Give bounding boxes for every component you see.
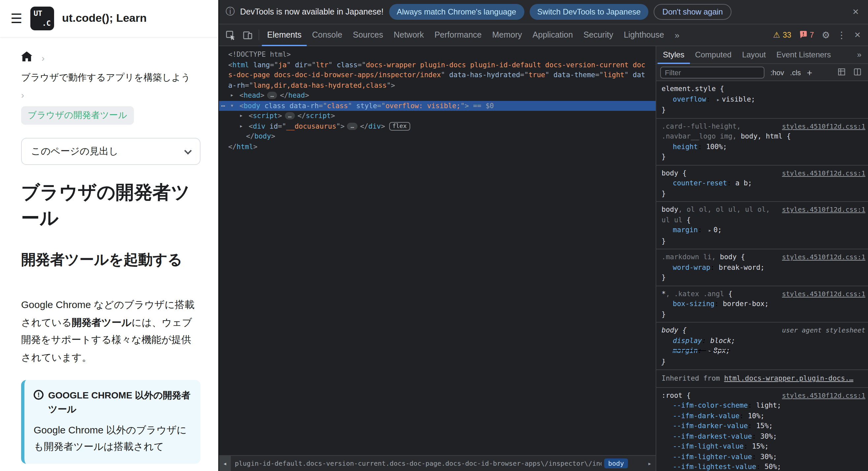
kebab-menu-icon[interactable]: ⋮	[834, 30, 849, 40]
dom-tree-row[interactable]: <html lang="ja" dir="ltr" class="docs-wr…	[219, 60, 656, 90]
css-declaration[interactable]: --ifm-lighter-value: 30%;	[661, 451, 865, 462]
css-property-name[interactable]: --ifm-light-value	[673, 442, 744, 450]
computed-sidebar-toggle-icon[interactable]	[854, 66, 861, 78]
css-property-value[interactable]: 0;	[713, 226, 721, 233]
selector-text[interactable]: :root	[661, 391, 682, 399]
selector-text[interactable]: body, html	[741, 132, 782, 140]
css-property-name[interactable]: word-wrap	[673, 263, 710, 271]
always-match-chrome-s-language-button[interactable]: Always match Chrome's language	[389, 4, 524, 20]
grid-overlay-icon[interactable]	[838, 66, 845, 78]
crumb-scroll-right-icon[interactable]: ▸	[644, 460, 656, 467]
css-declaration[interactable]: --ifm-darkest-value: 30%;	[661, 431, 865, 441]
css-property-name[interactable]: --ifm-lighter-value	[673, 452, 752, 460]
css-property-name[interactable]: --ifm-dark-value	[673, 411, 739, 419]
stylesheet-link[interactable]: styles.4510f12d.css:1	[782, 289, 865, 299]
css-property-value[interactable]: break-word;	[719, 263, 765, 271]
tab-sources[interactable]: Sources	[348, 24, 389, 46]
sidebar-tab-styles[interactable]: Styles	[658, 46, 690, 64]
collapsed-content-icon[interactable]: …	[285, 112, 295, 119]
css-declaration[interactable]: counter-reset: a b;	[661, 178, 865, 188]
inherited-element-link[interactable]: html.docs-wrapper.plugin-docs.…	[724, 374, 854, 382]
selector-text[interactable]: , .katex .angl	[666, 289, 724, 297]
stylesheet-link[interactable]: styles.4510f12d.css:1	[782, 168, 865, 178]
css-property-value[interactable]: block;	[710, 336, 736, 344]
dom-tree-row[interactable]: </html>	[219, 142, 656, 152]
selector-text[interactable]: body	[720, 253, 737, 260]
css-declaration[interactable]: box-sizing: border-box;	[661, 299, 865, 309]
selector-text[interactable]: , ol ol, ol ul, ul ol, ul ul	[661, 205, 770, 223]
selector-text[interactable]: body	[661, 168, 678, 177]
stylesheet-link[interactable]: styles.4510f12d.css:1	[782, 121, 865, 131]
tab-network[interactable]: Network	[389, 24, 429, 46]
tab-memory[interactable]: Memory	[487, 24, 527, 46]
css-property-value[interactable]: 30%;	[761, 452, 777, 460]
stylesheet-link[interactable]: styles.4510f12d.css:1	[782, 390, 865, 400]
css-declaration[interactable]: --ifm-dark-value: 10%;	[661, 411, 865, 421]
css-property-name[interactable]: --ifm-lightest-value	[673, 463, 756, 470]
issues-counter[interactable]: 7	[795, 30, 818, 39]
selector-text[interactable]: .markdown li,	[661, 253, 720, 260]
collapsed-content-icon[interactable]: …	[347, 122, 358, 130]
flex-badge[interactable]: flex	[389, 122, 410, 130]
tab-security[interactable]: Security	[578, 24, 618, 46]
css-property-name[interactable]: --ifm-color-scheme	[673, 401, 748, 409]
selector-text[interactable]: .card--full-height, .navbar__logo img,	[661, 122, 741, 140]
stylesheet-link[interactable]: styles.4510f12d.css:1	[782, 252, 865, 262]
gear-icon[interactable]: ⚙	[818, 30, 834, 40]
css-property-name[interactable]: height	[673, 142, 698, 150]
css-declaration[interactable]: --ifm-color-scheme: light;	[661, 400, 865, 411]
css-property-value[interactable]: 15%;	[756, 421, 773, 430]
site-logo[interactable]: UT .C	[30, 7, 54, 30]
breadcrumb-item-category[interactable]: ブラウザで動作するアプリを構築しよう	[21, 72, 200, 84]
css-property-name[interactable]: margin	[673, 226, 698, 233]
css-property-name[interactable]: --ifm-darkest-value	[673, 432, 752, 440]
dom-tree-row[interactable]: ▸<script>…</script>	[219, 111, 656, 121]
selector-text[interactable]: body	[661, 326, 678, 334]
dom-tree-row-selected[interactable]: ⋯▾<body class data-rh="class" style="ove…	[219, 101, 656, 111]
dom-tree-row[interactable]: <!DOCTYPE html>	[219, 50, 656, 60]
tab-lighthouse[interactable]: Lighthouse	[618, 24, 669, 46]
expand-icon[interactable]: ▸	[240, 111, 243, 121]
css-declaration[interactable]: margin: ▸0;	[661, 225, 865, 236]
collapse-icon[interactable]: ▾	[230, 101, 234, 111]
styles-filter-input[interactable]	[660, 66, 765, 78]
expand-icon[interactable]: ▸	[230, 90, 234, 101]
expand-longhand-icon[interactable]: ▸	[708, 227, 711, 233]
home-icon[interactable]	[21, 52, 32, 64]
css-declaration[interactable]: --ifm-darker-value: 15%;	[661, 421, 865, 431]
css-property-name[interactable]: --ifm-darker-value	[673, 421, 748, 430]
css-declaration[interactable]: height: 100%;	[661, 142, 865, 152]
inspect-element-icon[interactable]	[222, 26, 239, 43]
stylesheet-link[interactable]: styles.4510f12d.css:1	[782, 205, 865, 215]
css-declaration[interactable]: overflow: ▸visible;	[661, 94, 865, 105]
hamburger-menu-icon[interactable]: ☰	[10, 12, 23, 25]
css-property-value[interactable]: 10%;	[748, 411, 765, 419]
tab-elements[interactable]: Elements	[262, 24, 307, 46]
selector-text[interactable]: element.style	[661, 85, 716, 92]
css-property-value[interactable]: a b;	[736, 179, 752, 187]
expand-longhand-icon[interactable]: ▸	[708, 348, 711, 354]
css-property-value[interactable]: 30%;	[761, 432, 777, 440]
toggle-element-classes-button[interactable]: .cls	[790, 68, 801, 76]
css-property-name[interactable]: display	[673, 336, 702, 344]
tab-performance[interactable]: Performance	[429, 24, 487, 46]
dom-breadcrumb-selected[interactable]: body	[604, 459, 628, 468]
css-property-value[interactable]: 8px;	[713, 346, 730, 354]
css-property-name[interactable]: overflow	[673, 95, 706, 102]
css-declaration[interactable]: display: block;	[661, 336, 865, 346]
css-property-name[interactable]: margin	[673, 346, 698, 354]
dom-tree-row[interactable]: ▸<head>…</head>	[219, 90, 656, 101]
toggle-pseudo-state-button[interactable]: :hov	[770, 68, 784, 76]
site-title[interactable]: ut.code(); Learn	[62, 12, 147, 25]
sidebar-tab-computed[interactable]: Computed	[690, 46, 737, 64]
row-actions-icon[interactable]: ⋯	[221, 101, 225, 111]
css-property-value[interactable]: 100%;	[706, 142, 727, 150]
css-property-value[interactable]: border-box;	[723, 300, 769, 307]
dom-tree-row[interactable]: </body>	[219, 131, 656, 142]
devtools-close-icon[interactable]: ×	[849, 29, 865, 41]
css-property-value[interactable]: 15%;	[752, 442, 769, 450]
sidebar-tab-layout[interactable]: Layout	[737, 46, 771, 64]
collapsed-content-icon[interactable]: …	[267, 92, 277, 99]
notification-close-icon[interactable]: ×	[850, 6, 861, 18]
crumb-scroll-left-icon[interactable]: ◂	[219, 456, 231, 471]
